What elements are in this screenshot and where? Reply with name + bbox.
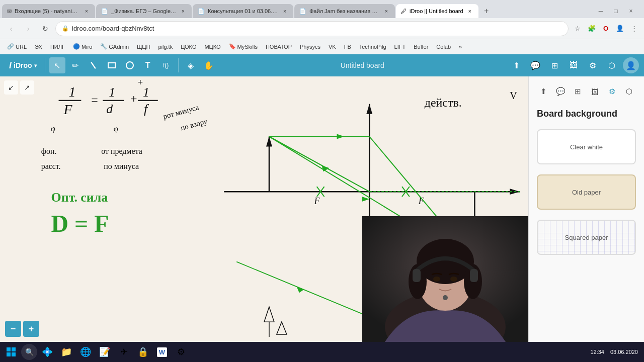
taskbar-search-button[interactable]: 🔍 (21, 344, 37, 360)
bookmark-more[interactable]: » (456, 43, 465, 51)
tab-idroo-close[interactable]: × (466, 8, 473, 15)
tool-text[interactable]: T (140, 57, 156, 73)
zoom-plus-icon: + (29, 324, 34, 334)
share-icon-btn[interactable]: ⬆ (508, 57, 524, 73)
taskbar-telegram[interactable]: ✈ (115, 343, 133, 361)
settings-icon-btn[interactable]: ⚙ (585, 57, 601, 73)
tab-gdisk[interactable]: 📄 _Физика. ЕГЭ – Google Диск × (96, 4, 192, 18)
app-logo[interactable]: i iDroo ▾ (5, 58, 41, 73)
bookmark-gadmin[interactable]: 🔧GAdmin (97, 42, 132, 51)
zoom-in-button[interactable]: + (23, 321, 39, 337)
canvas-area[interactable]: ↙ ↗ 1 F = 1 d + 1 f (0, 76, 528, 342)
sidebar-image-btn[interactable]: 🖼 (588, 84, 602, 99)
tab-gmail-label: Входящие (5) - natyanikova@g... (15, 8, 80, 14)
start-button[interactable] (2, 343, 20, 361)
taskbar-office[interactable]: 📝 (96, 343, 114, 361)
star-icon[interactable]: ☆ (572, 23, 584, 35)
chat-icon-btn[interactable]: 💬 (527, 57, 543, 73)
svg-text:D = F: D = F (51, 210, 109, 237)
bg-option-squared-paper[interactable]: Squared paper (537, 220, 636, 255)
svg-text:действ.: действ. (425, 96, 462, 109)
sidebar-chat-btn[interactable]: 💬 (554, 84, 568, 99)
bg-option-clear-white[interactable]: Clear white (537, 129, 636, 164)
new-tab-button[interactable]: + (479, 4, 494, 18)
svg-text:1: 1 (143, 85, 149, 100)
bookmark-pilg[interactable]: ПИЛГ (47, 43, 68, 51)
taskbar-word[interactable]: W (153, 343, 171, 361)
sidebar-share-btn[interactable]: ⬆ (537, 84, 551, 99)
close-button[interactable]: × (624, 4, 638, 18)
bookmark-url[interactable]: 🔗URL (4, 42, 30, 51)
bookmark-shchcp[interactable]: ЩЦП (134, 43, 153, 51)
tab-consult-close[interactable]: × (281, 8, 288, 15)
bookmark-technopilg[interactable]: TechnoPilg (356, 43, 389, 51)
tab-gmail-close[interactable]: × (83, 8, 90, 15)
bookmark-buffer[interactable]: Buffer (411, 43, 431, 51)
plugin-icon-btn[interactable]: ⬡ (604, 57, 620, 73)
tab-jam[interactable]: 📄 Файл Jam без названия – Googl... × (294, 4, 395, 18)
bookmark-physycs[interactable]: Physycs (297, 43, 324, 51)
browser-frame: ✉ Входящие (5) - natyanikova@g... × 📄 _Ф… (0, 0, 644, 362)
svg-text:φ: φ (113, 124, 119, 134)
bookmark-lift[interactable]: LIFT (391, 43, 409, 51)
zoom-out-button[interactable]: − (5, 321, 21, 337)
refresh-button[interactable]: ↻ (38, 22, 52, 36)
taskbar-explorer[interactable]: 📁 (57, 343, 75, 361)
bookmark-colab[interactable]: Colab (433, 43, 454, 51)
sidebar-plugin-btn[interactable]: ⬡ (622, 84, 636, 99)
svg-rect-65 (413, 269, 421, 282)
tool-rect[interactable] (104, 57, 120, 73)
search-icon: 🔍 (25, 348, 34, 356)
image-icon-btn[interactable]: 🖼 (566, 57, 582, 73)
bookmark-fb[interactable]: FB (341, 43, 354, 51)
bookmark-pilgtk[interactable]: pilg.tk (155, 43, 176, 51)
back-button[interactable]: ‹ (4, 22, 18, 36)
bg-option-old-paper[interactable]: Old paper (537, 174, 636, 210)
bookmark-tsoko[interactable]: ЦОКО (178, 43, 199, 51)
maximize-button[interactable]: □ (609, 4, 623, 18)
nav-forward-icon[interactable]: ↗ (20, 80, 34, 95)
profile-icon[interactable]: 👤 (614, 23, 626, 35)
grid-icon-btn[interactable]: ⊞ (546, 57, 562, 73)
sidebar-plugin-icon: ⬡ (626, 87, 632, 96)
address-bar[interactable]: 🔒 idroo.com/board-qbzNnv8tct (55, 21, 569, 36)
tool-select[interactable]: ↖ (49, 57, 65, 73)
taskbar-chrome[interactable]: 🌐 (76, 343, 95, 361)
bookmark-myskills[interactable]: 🔖MySkills (226, 42, 261, 51)
taskbar-cortana[interactable]: 💠 (38, 343, 56, 361)
bookmark-eh[interactable]: ЭХ (32, 43, 45, 51)
sidebar-settings-btn[interactable]: ⚙ (605, 84, 619, 99)
tab-idroo[interactable]: 🖊 iDroo || Untitled board × (396, 4, 478, 18)
svg-text:F: F (63, 102, 73, 117)
share-icon: ⬆ (513, 61, 520, 70)
tab-jam-close[interactable]: × (383, 8, 390, 15)
tab-consult[interactable]: 📄 Консультация 01 и 03.06.20 – С... × (193, 4, 293, 18)
tool-formula[interactable]: f() (158, 57, 174, 73)
tool-line[interactable]: / (86, 57, 102, 73)
bookmarks-bar: 🔗URL ЭХ ПИЛГ 🔵Miro 🔧GAdmin ЩЦП pilg.tk Ц… (0, 39, 644, 54)
forward-button[interactable]: › (21, 22, 35, 36)
mini-nav: ↙ ↗ (4, 80, 34, 95)
bookmark-vk[interactable]: VK (326, 43, 339, 51)
sidebar-title: Board background (537, 109, 636, 119)
taskbar-settings[interactable]: ⚙ (172, 343, 190, 361)
menu-icon[interactable]: ⋮ (628, 23, 640, 35)
svg-point-69 (443, 295, 448, 300)
nav-back-icon[interactable]: ↙ (4, 80, 18, 95)
tab-gdisk-close[interactable]: × (180, 8, 187, 15)
sidebar-grid-btn[interactable]: ⊞ (571, 84, 585, 99)
taskbar-vpn[interactable]: 🔒 (134, 343, 152, 361)
tab-gmail[interactable]: ✉ Входящие (5) - natyanikova@g... × (2, 4, 95, 18)
bookmark-miro[interactable]: 🔵Miro (70, 42, 95, 51)
user-avatar[interactable]: 👤 (623, 57, 639, 73)
tool-hand[interactable]: ✋ (201, 57, 217, 73)
extension-icon[interactable]: 🧩 (586, 23, 598, 35)
bookmark-mzko[interactable]: МЦКО (201, 43, 223, 51)
opera-icon[interactable]: O (600, 23, 612, 35)
tool-circle[interactable] (122, 57, 138, 73)
tool-pen[interactable]: ✏ (67, 57, 84, 73)
tool-eraser[interactable]: ◈ (183, 57, 199, 73)
bookmark-novator[interactable]: НОВАТОР (263, 43, 295, 51)
minimize-button[interactable]: ─ (594, 4, 608, 18)
logo-text: iDroo (14, 61, 32, 69)
